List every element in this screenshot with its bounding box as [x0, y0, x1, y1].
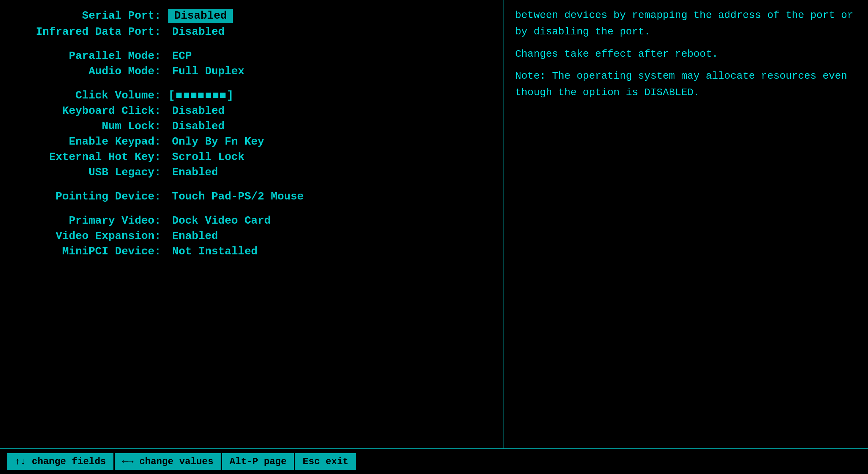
bios-field-row: Primary Video:Dock Video Card: [15, 213, 493, 228]
bios-field-row: MiniPCI Device:Not Installed: [15, 244, 493, 259]
bios-field-row: Infrared Data Port:Disabled: [15, 24, 493, 40]
bios-field-row: External Hot Key:Scroll Lock: [15, 149, 493, 165]
bottom-bar: ↑↓ change fields←→ change valuesAlt-P pa…: [0, 448, 868, 474]
bios-field-row: Video Expansion:Enabled: [15, 228, 493, 244]
field-value[interactable]: Not Installed: [168, 245, 258, 258]
field-label: Pointing Device:: [15, 190, 168, 203]
nav-item[interactable]: Esc exit: [295, 453, 356, 470]
field-label: Click Volume:: [15, 89, 168, 102]
field-value[interactable]: Enabled: [168, 166, 218, 179]
field-label: USB Legacy:: [15, 166, 168, 179]
bios-field-row: Audio Mode:Full Duplex: [15, 64, 493, 79]
field-value[interactable]: Disabled: [168, 105, 225, 117]
bios-screen: Serial Port:DisabledInfrared Data Port:D…: [0, 0, 868, 474]
help-paragraph: between devices by remapping the address…: [515, 7, 857, 40]
field-value[interactable]: ECP: [168, 50, 192, 62]
spacer-row: [15, 40, 493, 48]
spacer-row: [15, 79, 493, 88]
field-label: Num Lock:: [15, 120, 168, 133]
spacer-row: [15, 180, 493, 189]
bios-field-row: USB Legacy:Enabled: [15, 165, 493, 180]
bios-field-row: Serial Port:Disabled: [15, 7, 493, 24]
field-label: External Hot Key:: [15, 151, 168, 163]
bios-field-row: Parallel Mode:ECP: [15, 48, 493, 64]
field-value[interactable]: [■■■■■■■]: [168, 89, 234, 102]
bios-field-row: Num Lock:Disabled: [15, 119, 493, 134]
field-value[interactable]: Scroll Lock: [168, 151, 244, 163]
field-label: Serial Port:: [15, 10, 168, 22]
field-label: Primary Video:: [15, 214, 168, 227]
field-value[interactable]: Disabled: [168, 120, 225, 133]
field-value[interactable]: Disabled: [168, 26, 225, 38]
spacer-row: [15, 204, 493, 213]
field-label: Keyboard Click:: [15, 105, 168, 117]
bios-field-row: Enable Keypad:Only By Fn Key: [15, 134, 493, 149]
bios-field-row: Keyboard Click:Disabled: [15, 103, 493, 119]
bios-field-row: Pointing Device:Touch Pad-PS/2 Mouse: [15, 189, 493, 204]
bios-field-row: Click Volume:[■■■■■■■]: [15, 88, 493, 103]
field-label: Audio Mode:: [15, 65, 168, 78]
field-value[interactable]: Disabled: [168, 9, 233, 23]
field-value[interactable]: Enabled: [168, 230, 218, 242]
field-label: Infrared Data Port:: [15, 26, 168, 38]
field-label: Parallel Mode:: [15, 50, 168, 62]
help-paragraph: Note: The operating system may allocate …: [515, 68, 857, 101]
main-content: Serial Port:DisabledInfrared Data Port:D…: [0, 0, 868, 448]
field-value[interactable]: Dock Video Card: [168, 214, 271, 227]
nav-item[interactable]: ↑↓ change fields: [7, 453, 113, 470]
field-label: MiniPCI Device:: [15, 245, 168, 258]
field-value[interactable]: Full Duplex: [168, 65, 244, 78]
right-panel: between devices by remapping the address…: [504, 0, 868, 448]
nav-item[interactable]: Alt-P page: [222, 453, 294, 470]
left-panel: Serial Port:DisabledInfrared Data Port:D…: [0, 0, 504, 448]
field-value[interactable]: Only By Fn Key: [168, 135, 264, 148]
field-value[interactable]: Touch Pad-PS/2 Mouse: [168, 190, 304, 203]
help-paragraph: Changes take effect after reboot.: [515, 46, 857, 63]
field-label: Enable Keypad:: [15, 135, 168, 148]
field-label: Video Expansion:: [15, 230, 168, 242]
nav-item[interactable]: ←→ change values: [115, 453, 221, 470]
